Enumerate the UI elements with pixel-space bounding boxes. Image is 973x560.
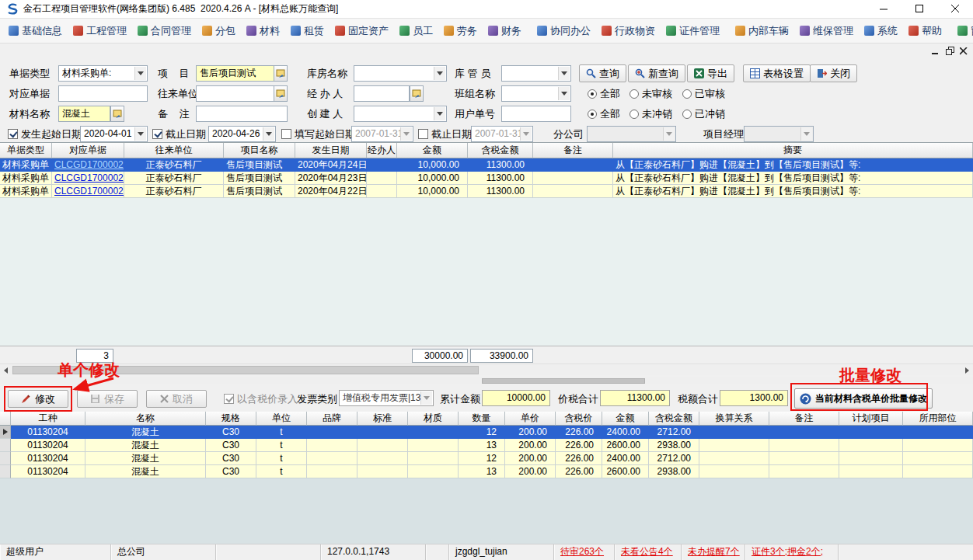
menu-item[interactable]: 协同办公	[532, 19, 596, 43]
start-date-select[interactable]: 2020-04-01	[80, 126, 148, 142]
entry-start-date-checkbox[interactable]: 填写起始日期	[281, 126, 355, 142]
menu-item[interactable]: 财务	[483, 19, 527, 43]
menu-item[interactable]: 劳务	[438, 19, 483, 43]
column-header[interactable]: 备注	[533, 143, 613, 158]
project-lookup-icon[interactable]	[274, 65, 288, 82]
row-selector[interactable]	[0, 426, 11, 439]
new-query-button[interactable]: 新查询	[628, 64, 685, 82]
userdoc-input[interactable]	[501, 106, 571, 122]
column-header[interactable]: 规格	[206, 412, 256, 426]
query-button[interactable]: 查询	[579, 64, 626, 82]
grid-setup-button[interactable]: 表格设置	[743, 64, 811, 82]
audit-radio-all[interactable]: 全部	[588, 85, 620, 102]
save-button[interactable]: 保存	[77, 390, 138, 408]
row-selector[interactable]	[0, 439, 11, 452]
scroll-left-icon[interactable]	[0, 365, 12, 375]
row-selector[interactable]	[0, 465, 11, 478]
column-header[interactable]: 标准	[357, 412, 408, 426]
entry-end-date-select[interactable]: 2007-01-31	[471, 126, 533, 142]
keeper-select[interactable]	[501, 65, 571, 82]
doc-link[interactable]: CLCGD170000213	[54, 159, 124, 170]
tax-entry-checkbox[interactable]: 以含税价录入	[224, 391, 298, 407]
pending-audit-link[interactable]: 待审263个	[560, 546, 604, 557]
mdi-restore-button[interactable]	[943, 45, 956, 57]
column-header[interactable]: 品牌	[307, 412, 357, 426]
batch-modify-button[interactable]: 当前材料含税单价批量修改	[794, 388, 933, 409]
column-header[interactable]: 含税金额	[649, 412, 699, 426]
doc-type-select[interactable]: 材料采购单:	[58, 65, 148, 82]
column-header[interactable]: 工种	[11, 412, 85, 426]
minimize-button[interactable]	[866, 0, 902, 18]
end-date-select[interactable]: 2020-04-26	[208, 126, 276, 142]
table-row[interactable]: 01130204 混凝土 C30 t 12 200.00 226.00 2400…	[0, 426, 973, 439]
table-row[interactable]: 01130204 混凝土 C30 t 12 200.00 226.00 2400…	[0, 452, 973, 465]
warehouse-select[interactable]	[354, 65, 447, 82]
chevron-down-icon[interactable]	[558, 87, 570, 100]
entry-end-date-checkbox[interactable]: 截止日期	[418, 126, 472, 142]
agent-lookup-icon[interactable]	[410, 85, 424, 102]
menu-item[interactable]: 租赁	[285, 19, 330, 43]
menu-item[interactable]: 分包	[197, 19, 241, 43]
vendor-lookup-icon[interactable]	[274, 85, 288, 102]
column-header[interactable]: 数量	[459, 412, 505, 426]
chevron-down-icon[interactable]	[520, 127, 532, 141]
manager-select[interactable]	[744, 126, 814, 142]
audit-radio-audited[interactable]: 已审核	[682, 85, 725, 102]
chevron-down-icon[interactable]	[263, 127, 274, 141]
column-header[interactable]: 单位	[256, 412, 307, 426]
column-header[interactable]: 备注	[769, 412, 839, 426]
column-header[interactable]: 换算关系	[699, 412, 769, 426]
menu-item[interactable]: 合同管理	[132, 19, 197, 43]
column-header[interactable]: 往来单位	[124, 143, 224, 158]
column-header[interactable]: 摘要	[613, 143, 973, 158]
cancel-button[interactable]: 取消	[146, 390, 207, 408]
writeoff-radio-all[interactable]: 全部	[588, 106, 620, 122]
chevron-down-icon[interactable]	[434, 67, 445, 80]
modify-button[interactable]: 修改	[8, 390, 68, 408]
close-view-button[interactable]: 关闭	[810, 64, 857, 82]
column-header[interactable]: 材质	[408, 412, 459, 426]
chevron-down-icon[interactable]	[134, 67, 146, 80]
column-header[interactable]: 单据类型	[0, 143, 52, 158]
row-selector[interactable]	[0, 452, 11, 465]
end-date-checkbox[interactable]: 截止日期	[152, 126, 206, 142]
chevron-down-icon[interactable]	[663, 127, 675, 141]
column-header[interactable]: 计划项目	[839, 412, 903, 426]
ref-doc-input[interactable]	[58, 85, 148, 102]
chevron-down-icon[interactable]	[434, 107, 445, 120]
chevron-down-icon[interactable]	[134, 127, 146, 141]
menu-item[interactable]: 员工	[394, 19, 438, 43]
doc-link[interactable]: CLCGD170000215	[54, 186, 124, 197]
menu-item[interactable]: 窗口	[952, 19, 973, 43]
invoice-type-select[interactable]: 增值税专用发票|13%	[339, 390, 434, 406]
column-header[interactable]: 名称	[85, 412, 206, 426]
maximize-button[interactable]	[902, 0, 937, 18]
entry-start-date-select[interactable]: 2007-01-31	[351, 126, 413, 142]
material-input[interactable]: 混凝土	[58, 106, 110, 122]
scrollbar-thumb[interactable]	[482, 378, 645, 384]
team-select[interactable]	[501, 85, 571, 102]
master-grid-hscrollbar[interactable]	[0, 363, 973, 375]
table-row[interactable]: 01130204 混凝土 C30 t 13 200.00 226.00 2600…	[0, 465, 973, 478]
table-row[interactable]: 01130204 混凝土 C30 t 13 200.00 226.00 2600…	[0, 439, 973, 452]
menu-item[interactable]: 系统	[859, 19, 903, 43]
menu-item[interactable]: 帮助	[903, 19, 947, 43]
table-row[interactable]: 材料采购单 CLCGD170000213 正泰砂石料厂 售后项目测试 2020年…	[0, 158, 973, 172]
close-button[interactable]	[937, 0, 973, 18]
certificates-link[interactable]: 证件3个;押金2个;	[752, 546, 823, 557]
column-header[interactable]: 对应单据	[52, 143, 124, 158]
chevron-down-icon[interactable]	[800, 127, 812, 141]
table-row[interactable]: 材料采购单 CLCGD170000214 正泰砂石料厂 售后项目测试 2020年…	[0, 172, 973, 185]
chevron-down-icon[interactable]	[420, 391, 432, 405]
menu-item[interactable]: 内部车辆	[730, 19, 794, 43]
mdi-minimize-button[interactable]	[929, 45, 942, 57]
table-row[interactable]: 材料采购单 CLCGD170000215 正泰砂石料厂 售后项目测试 2020年…	[0, 185, 973, 198]
chevron-down-icon[interactable]	[400, 127, 412, 141]
total-with-tax-field[interactable]: 11300.00	[600, 390, 670, 406]
note-input[interactable]	[196, 106, 288, 122]
tax-total-field[interactable]: 1300.00	[720, 390, 788, 406]
scroll-right-icon[interactable]	[961, 365, 973, 375]
column-header[interactable]: 所用部位	[903, 412, 973, 426]
creator-select[interactable]	[354, 106, 447, 122]
mdi-close-button[interactable]	[957, 45, 970, 57]
